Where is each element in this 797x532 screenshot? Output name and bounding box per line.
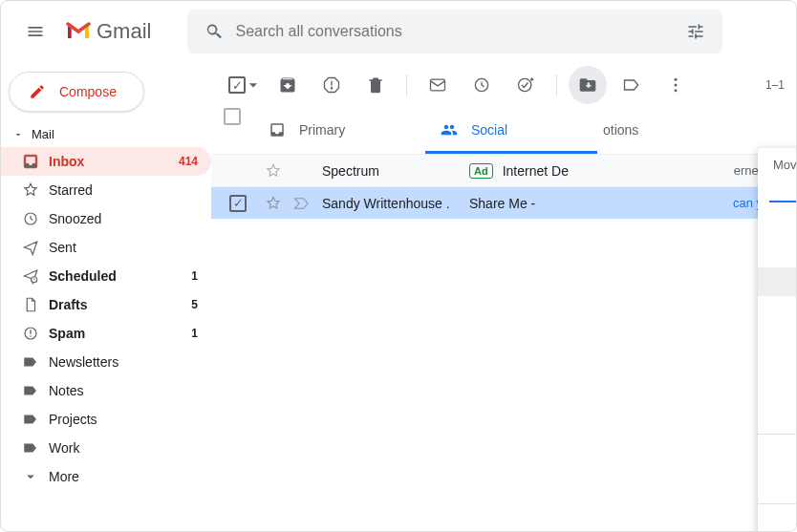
move-to-label-projects[interactable]: Projects — [758, 267, 796, 296]
ad-badge: Ad — [469, 163, 493, 179]
move-to-spam[interactable]: Spam — [758, 440, 796, 469]
sidebar-item-label: More — [49, 469, 198, 484]
move-folder-icon — [578, 75, 597, 95]
move-to-label-notes[interactable]: Notes — [758, 239, 796, 267]
archive-icon — [278, 75, 297, 95]
starred-icon — [22, 181, 49, 199]
email-sender: Sandy Writtenhouse . — [316, 196, 469, 211]
sidebar-item-projects[interactable]: Projects — [1, 405, 211, 434]
sidebar-item-label: Inbox — [49, 154, 179, 169]
move-to-search[interactable] — [769, 178, 796, 202]
report-spam-button[interactable] — [312, 66, 351, 104]
sidebar-item-label: Notes — [49, 383, 198, 398]
main-menu-button[interactable] — [12, 9, 58, 54]
people-icon — [441, 121, 458, 138]
sidebar-item-snoozed[interactable]: Snoozed — [1, 204, 211, 233]
star-toggle[interactable] — [259, 162, 288, 180]
svg-point-11 — [675, 78, 678, 81]
sidebar-item-count: 414 — [179, 155, 198, 168]
move-to-create-new[interactable]: Create new — [758, 510, 796, 531]
tab-social[interactable]: Social — [425, 108, 597, 154]
gmail-logo[interactable]: Gmail — [66, 19, 151, 44]
mark-unread-button[interactable] — [419, 66, 457, 104]
search-icon[interactable] — [195, 22, 233, 41]
email-row-ad[interactable]: Spectrum Ad Internet De ernet for a — [211, 154, 796, 186]
divider — [406, 74, 407, 96]
labels-button[interactable] — [613, 66, 651, 104]
email-subject: Share Me - — [469, 196, 733, 211]
email-subject: Internet De — [503, 163, 734, 179]
svg-rect-8 — [431, 79, 445, 91]
sidebar-item-more[interactable]: More — [1, 462, 211, 491]
inbox-icon — [269, 121, 286, 138]
sidebar-item-label: Work — [49, 440, 198, 456]
sidebar-item-sent[interactable]: Sent — [1, 233, 211, 262]
move-to-label-promotions[interactable]: Promotions — [758, 411, 796, 428]
compose-button[interactable]: Compose — [9, 72, 144, 112]
sidebar-item-label: Starred — [49, 182, 198, 198]
drafts-icon — [22, 296, 49, 313]
delete-button[interactable] — [356, 66, 395, 104]
select-all-toggle[interactable] — [219, 66, 263, 104]
move-to-label-social[interactable]: Social — [758, 325, 796, 353]
sidebar-item-drafts[interactable]: Drafts5 — [1, 290, 211, 319]
row-checkbox[interactable] — [229, 195, 247, 212]
move-to-label-work[interactable]: Work — [758, 296, 796, 325]
sidebar-item-scheduled[interactable]: Scheduled1 — [1, 262, 211, 290]
sidebar-item-label: Snoozed — [49, 211, 198, 226]
importance-icon — [293, 197, 311, 210]
pencil-icon — [29, 83, 46, 100]
action-toolbar: 1–1 — [211, 62, 796, 108]
sidebar-item-notes[interactable]: Notes — [1, 376, 211, 405]
move-to-label-forums[interactable]: Forums — [758, 382, 796, 411]
projects-icon — [22, 411, 49, 428]
move-to-trash[interactable]: Trash — [758, 469, 796, 498]
move-to-button[interactable] — [569, 66, 607, 104]
mail-section-header[interactable]: Mail — [1, 123, 211, 147]
notes-icon — [22, 382, 49, 399]
clock-icon — [472, 75, 491, 95]
tab-social-label: Social — [471, 122, 507, 138]
move-to-label-updates[interactable]: Updates — [758, 353, 796, 382]
search-bar[interactable] — [187, 10, 722, 53]
more-button[interactable] — [657, 66, 695, 104]
tab-promotions[interactable]: otions — [597, 108, 655, 154]
tab-primary[interactable]: Primary — [253, 108, 425, 154]
importance-marker[interactable] — [288, 197, 316, 210]
svg-point-13 — [675, 89, 678, 92]
archive-button[interactable] — [269, 66, 307, 104]
move-to-label-newsletters[interactable]: Newsletters — [758, 210, 796, 239]
divider — [758, 503, 796, 504]
inbox-icon — [22, 153, 49, 170]
add-to-tasks-button[interactable] — [506, 66, 545, 104]
work-icon — [22, 439, 49, 457]
search-input[interactable] — [233, 22, 677, 41]
email-row[interactable]: Sandy Writtenhouse . Share Me - can you … — [211, 186, 796, 219]
app-header: Gmail — [1, 1, 796, 62]
spam-icon — [22, 325, 49, 342]
email-sender: Spectrum — [316, 163, 469, 179]
sidebar-item-inbox[interactable]: Inbox414 — [1, 147, 211, 176]
sidebar-item-count: 1 — [191, 327, 198, 340]
star-icon — [265, 195, 282, 212]
snooze-button[interactable] — [463, 66, 501, 104]
star-toggle[interactable] — [259, 195, 288, 212]
move-to-title: Move to: — [758, 158, 796, 178]
sidebar-item-spam[interactable]: Spam1 — [1, 319, 211, 348]
search-options-button[interactable] — [677, 22, 715, 41]
svg-point-7 — [331, 88, 332, 89]
sidebar-item-starred[interactable]: Starred — [1, 176, 211, 204]
tab-primary-label: Primary — [299, 122, 345, 138]
scheduled-icon — [22, 267, 49, 285]
sidebar-item-work[interactable]: Work — [1, 434, 211, 462]
svg-point-10 — [519, 78, 531, 91]
more-icon — [22, 468, 49, 485]
more-vert-icon — [666, 75, 685, 95]
caret-down-icon[interactable] — [244, 75, 263, 95]
sidebar-item-label: Newsletters — [49, 354, 198, 370]
checkbox-icon — [224, 108, 241, 125]
sidebar-item-newsletters[interactable]: Newsletters — [1, 348, 211, 376]
tune-icon — [686, 22, 705, 41]
main-panel: 1–1 Primary Social otions — [211, 62, 796, 531]
category-tabs: Primary Social otions — [211, 108, 796, 154]
